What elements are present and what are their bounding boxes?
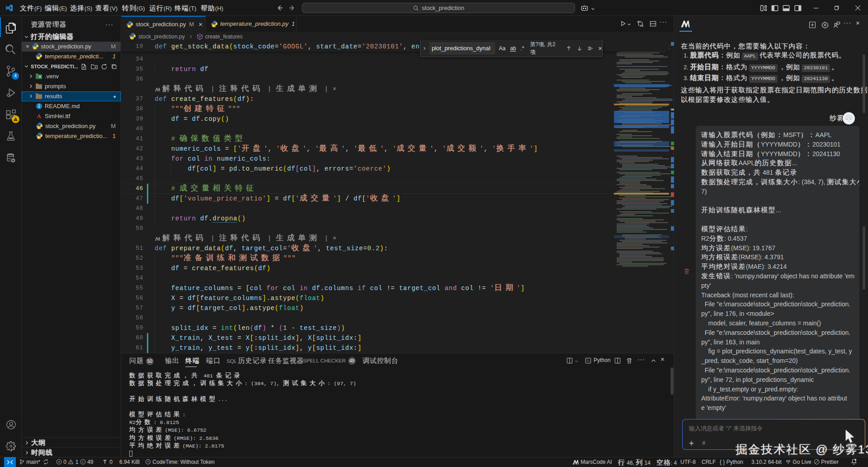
svg-text:A: A [37, 113, 41, 119]
